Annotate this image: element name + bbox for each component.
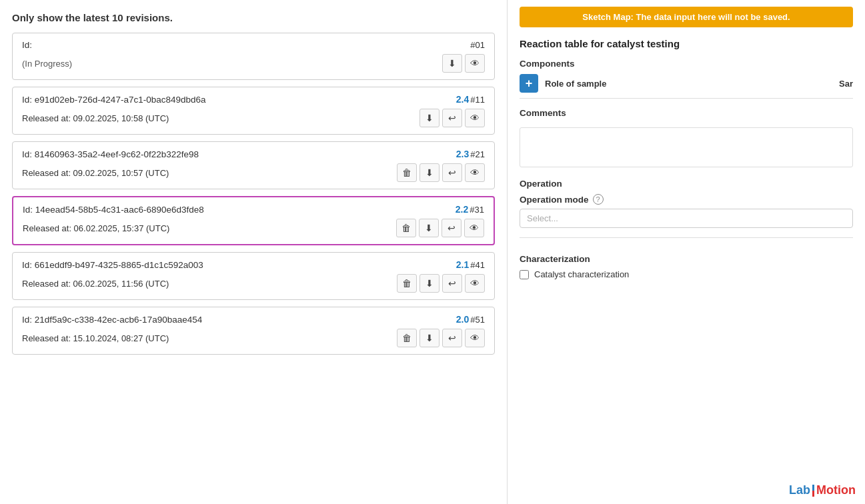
trash-button-5[interactable]: 🗑 — [397, 274, 417, 293]
characterization-section: Characterization Catalyst characterizati… — [520, 237, 853, 279]
logo-separator — [812, 485, 814, 497]
date-5: Released at: 06.02.2025, 11:56 (UTC) — [22, 279, 169, 289]
revision-card-6: Id: 21df5a9c-c338-42ec-acb6-17a90baae454… — [12, 307, 495, 355]
undo-button-6[interactable]: ↩ — [442, 329, 462, 347]
download-button-6[interactable]: ⬇ — [419, 329, 440, 347]
download-button-2[interactable]: ⬇ — [419, 109, 440, 127]
action-buttons-5: 🗑 ⬇ ↩ 👁 — [397, 274, 485, 293]
revision-card-3: Id: 81460963-35a2-4eef-9c62-0f22b322fe98… — [12, 141, 495, 189]
undo-button-5[interactable]: ↩ — [442, 274, 462, 293]
hash-4: #31 — [470, 205, 484, 215]
characterization-label: Characterization — [520, 254, 853, 264]
operation-label: Operation — [520, 179, 853, 189]
download-button-5[interactable]: ⬇ — [419, 274, 440, 293]
revision-card-5: Id: 661eddf9-b497-4325-8865-d1c1c592a003… — [12, 252, 495, 300]
comments-textarea[interactable] — [520, 127, 853, 167]
version-2: 2.4 — [456, 94, 469, 105]
undo-button-3[interactable]: ↩ — [442, 163, 462, 182]
eye-button-4[interactable]: 👁 — [464, 219, 484, 237]
download-button-4[interactable]: ⬇ — [419, 219, 439, 237]
date-6: Released at: 15.10.2024, 08:27 (UTC) — [22, 333, 169, 343]
undo-button-4[interactable]: ↩ — [442, 219, 462, 237]
eye-button-1[interactable]: 👁 — [465, 54, 485, 73]
revision-id-5: Id: 661eddf9-b497-4325-8865-d1c1c592a003 — [22, 260, 203, 270]
action-buttons-3: 🗑 ⬇ ↩ 👁 — [397, 163, 485, 182]
action-buttons-6: 🗑 ⬇ ↩ 👁 — [397, 329, 485, 347]
action-buttons-4: 🗑 ⬇ ↩ 👁 — [396, 219, 484, 237]
date-2: Released at: 09.02.2025, 10:58 (UTC) — [22, 113, 169, 123]
download-button-1[interactable]: ⬇ — [442, 54, 462, 73]
revision-id-2: Id: e91d02eb-726d-4247-a7c1-0bac849dbd6a — [22, 95, 206, 105]
date-3: Released at: 09.02.2025, 10:57 (UTC) — [22, 168, 169, 178]
action-buttons-2: ⬇ ↩ 👁 — [419, 109, 485, 127]
hash-3: #21 — [470, 149, 485, 159]
version-5: 2.1 — [456, 259, 469, 270]
components-label: Components — [520, 59, 853, 69]
revision-id-4: Id: 14eead54-58b5-4c31-aac6-6890e6d3fde8 — [23, 205, 204, 215]
catalyst-row: Catalyst characterization — [520, 269, 853, 279]
date-4: Released at: 06.02.2025, 15:37 (UTC) — [23, 223, 169, 233]
revision-id-label-1: Id: — [22, 40, 32, 50]
version-4: 2.2 — [456, 204, 468, 215]
add-component-button[interactable]: + — [520, 74, 538, 93]
download-button-3[interactable]: ⬇ — [419, 163, 440, 182]
logo-lab-text: Lab — [789, 483, 810, 497]
operation-mode-label: Operation mode — [520, 195, 589, 205]
catalyst-characterization-label: Catalyst characterization — [534, 269, 629, 279]
revision-id-6: Id: 21df5a9c-c338-42ec-acb6-17a90baae454 — [22, 315, 202, 325]
revision-id-3: Id: 81460963-35a2-4eef-9c62-0f22b322fe98 — [22, 149, 199, 159]
operation-mode-select[interactable]: Select... — [520, 209, 853, 228]
col-sar-header: Sar — [839, 79, 853, 89]
operation-section: Operation Operation mode ? Select... — [520, 179, 853, 228]
labmotion-logo: Lab Motion — [789, 483, 856, 497]
catalyst-checkbox[interactable] — [520, 270, 529, 279]
revision-card-2: Id: e91d02eb-726d-4247-a7c1-0bac849dbd6a… — [12, 87, 495, 135]
right-panel: Sketch Map: The data input here will not… — [507, 0, 865, 504]
undo-button-2[interactable]: ↩ — [442, 109, 462, 127]
version-3: 2.3 — [456, 149, 469, 159]
in-progress-label: (In Progress) — [22, 59, 72, 69]
eye-button-5[interactable]: 👁 — [465, 274, 485, 293]
left-panel: Only show the latest 10 revisions. Id: #… — [0, 0, 507, 504]
revision-card-1: Id: #01 (In Progress) ⬇ 👁 — [12, 33, 495, 80]
hash-2: #11 — [470, 95, 485, 105]
eye-button-3[interactable]: 👁 — [465, 163, 485, 182]
sketch-map-banner: Sketch Map: The data input here will not… — [520, 7, 853, 27]
comments-label: Comments — [520, 108, 853, 118]
hash-6: #51 — [470, 315, 485, 325]
eye-button-6[interactable]: 👁 — [465, 329, 485, 347]
reaction-table-title: Reaction table for catalyst testing — [520, 38, 853, 49]
eye-button-2[interactable]: 👁 — [465, 109, 485, 127]
trash-button-6[interactable]: 🗑 — [397, 329, 417, 347]
revision-hash-1: #01 — [470, 40, 485, 50]
revisions-header: Only show the latest 10 revisions. — [12, 12, 495, 23]
action-buttons-1: ⬇ 👁 — [442, 54, 485, 73]
hash-5: #41 — [470, 260, 485, 270]
help-icon[interactable]: ? — [593, 194, 604, 205]
trash-button-4[interactable]: 🗑 — [396, 219, 416, 237]
components-row: + Role of sample Sar — [520, 74, 853, 99]
col-role-header: Role of sample — [545, 79, 606, 89]
revision-card-4: Id: 14eead54-58b5-4c31-aac6-6890e6d3fde8… — [12, 196, 495, 245]
logo-motion-text: Motion — [816, 483, 856, 497]
trash-button-3[interactable]: 🗑 — [397, 163, 417, 182]
version-6: 2.0 — [456, 314, 469, 325]
